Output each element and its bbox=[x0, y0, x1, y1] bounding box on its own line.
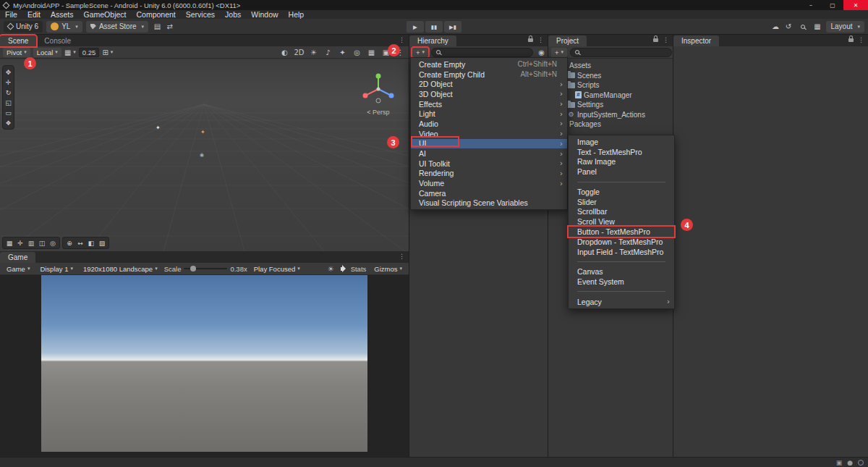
lighting-toggle[interactable]: ☀ bbox=[308, 47, 319, 58]
notification-icon[interactable]: ● bbox=[847, 459, 853, 466]
project-create-button[interactable]: + bbox=[551, 48, 567, 57]
status-indicator-icon[interactable] bbox=[858, 460, 864, 466]
step-button[interactable]: ▶▮ bbox=[444, 21, 461, 33]
play-button[interactable]: ▶ bbox=[407, 21, 424, 33]
minimize-button[interactable]: – bbox=[800, 0, 822, 10]
submenu-item[interactable]: Panel bbox=[569, 167, 674, 177]
console-icon[interactable]: ▣ bbox=[836, 459, 843, 466]
submenu-item[interactable]: Scrollbar bbox=[569, 207, 674, 217]
grid-visibility-dropdown[interactable]: ▦ bbox=[64, 47, 76, 58]
move-tool[interactable]: ✛ bbox=[4, 77, 14, 87]
context-menu-item[interactable]: 3D Object bbox=[411, 89, 567, 99]
tab-inspector[interactable]: Inspector bbox=[673, 35, 719, 46]
pivot-dropdown[interactable]: Pivot bbox=[3, 48, 30, 57]
hierarchy-search[interactable] bbox=[431, 48, 533, 57]
close-button[interactable]: ✕ bbox=[843, 0, 868, 10]
menu-bar-item[interactable]: Services bbox=[181, 10, 220, 19]
move-overlay-icon[interactable]: ✛ bbox=[15, 238, 25, 248]
2d-toggle[interactable]: 2D bbox=[294, 47, 305, 58]
scale-slider[interactable] bbox=[184, 268, 227, 269]
context-menu-item[interactable]: UI Toolkit bbox=[411, 159, 567, 169]
orientation-gizmo[interactable]: < Persp bbox=[358, 71, 399, 116]
panels-icon[interactable]: ▤ bbox=[152, 21, 163, 32]
menu-bar-item[interactable]: Help bbox=[284, 10, 310, 19]
stats-button[interactable]: Stats bbox=[351, 265, 367, 273]
camera-gizmo-icon[interactable]: ◉ bbox=[200, 152, 204, 158]
display-dropdown[interactable]: Display 1 bbox=[36, 264, 77, 274]
orbit-icon[interactable]: ◎ bbox=[48, 238, 58, 248]
hierarchy-create-button[interactable]: + bbox=[412, 48, 428, 57]
menu-bar-item[interactable]: Jobs bbox=[220, 10, 246, 19]
asset-store-button[interactable]: Asset Store bbox=[86, 21, 148, 33]
submenu-item[interactable] bbox=[569, 257, 674, 267]
visibility-icon[interactable]: ◉ bbox=[536, 47, 547, 58]
submenu-item[interactable] bbox=[569, 287, 674, 297]
view-options-icon[interactable]: ◫ bbox=[37, 238, 47, 248]
account-button[interactable]: YL bbox=[46, 21, 82, 33]
snap-overlay-icon[interactable]: ▥ bbox=[26, 238, 36, 248]
context-menu-item[interactable]: Video bbox=[411, 129, 567, 139]
scale-slider-thumb[interactable] bbox=[190, 266, 196, 272]
grid-overlay-icon[interactable]: ▦ bbox=[4, 238, 14, 248]
submenu-item[interactable]: Dropdown - TextMeshPro bbox=[569, 237, 674, 247]
unity-version-button[interactable]: Unity 6 bbox=[4, 21, 43, 33]
context-menu-item[interactable]: Effects bbox=[411, 99, 567, 109]
grid-icon[interactable]: ▦ bbox=[366, 47, 377, 58]
submenu-item[interactable]: Text - TextMeshPro bbox=[569, 147, 674, 157]
submenu-item[interactable]: Toggle bbox=[569, 187, 674, 197]
light-gizmo-icon[interactable]: ✦ bbox=[156, 125, 161, 131]
resolution-dropdown[interactable]: 1920x1080 Landscape bbox=[80, 264, 161, 274]
tab-scene[interactable]: Scene bbox=[0, 35, 36, 46]
pause-button[interactable]: ▮▮ bbox=[425, 21, 443, 33]
rotate-tool[interactable]: ↻ bbox=[4, 88, 14, 97]
panel-menu-icon[interactable] bbox=[399, 32, 405, 45]
scene-viewport[interactable]: ✦ ✦ ◉ ✥✛↻◱▭❖ < Persp bbox=[0, 59, 409, 251]
panel-menu-icon[interactable] bbox=[537, 32, 544, 45]
game-view-dropdown[interactable]: Game bbox=[3, 264, 33, 274]
tab-project[interactable]: Project bbox=[548, 35, 587, 46]
projection-label[interactable]: < Persp bbox=[358, 109, 399, 116]
context-menu-item[interactable]: Camera bbox=[411, 188, 567, 198]
submenu-item[interactable]: Input Field - TextMeshPro bbox=[569, 247, 674, 257]
handle-rotation-dropdown[interactable]: Local bbox=[33, 48, 61, 57]
submenu-item[interactable]: Slider bbox=[569, 197, 674, 207]
frame-icon[interactable]: ◧ bbox=[86, 238, 96, 248]
submenu-item[interactable]: Button - TextMeshPro bbox=[569, 227, 674, 237]
scale-tool[interactable]: ◱ bbox=[4, 98, 14, 107]
hierarchy-search-input[interactable] bbox=[443, 49, 528, 56]
tab-hierarchy[interactable]: Hierarchy bbox=[409, 35, 456, 46]
tab-game[interactable]: Game bbox=[0, 252, 35, 263]
submenu-item[interactable]: Scroll View bbox=[569, 216, 674, 227]
panel-menu-icon[interactable] bbox=[858, 32, 864, 45]
view-tool[interactable]: ✥ bbox=[4, 67, 14, 77]
submenu-item[interactable] bbox=[569, 177, 674, 187]
tab-console[interactable]: Console bbox=[36, 35, 79, 46]
context-menu-item[interactable]: Create Empty Ctrl+Shift+N bbox=[411, 59, 567, 70]
mute-audio-icon[interactable] bbox=[341, 267, 343, 271]
context-menu-item[interactable]: AI bbox=[411, 148, 567, 159]
context-menu-item[interactable]: Visual Scripting Scene Variables bbox=[411, 198, 567, 209]
lock-icon[interactable] bbox=[528, 38, 533, 42]
sync-icon[interactable]: ⇄ bbox=[164, 21, 175, 32]
submenu-item[interactable]: Legacy bbox=[569, 297, 674, 307]
project-search[interactable] bbox=[570, 48, 672, 57]
search-icon[interactable] bbox=[797, 21, 808, 32]
layout-dropdown[interactable]: Layout bbox=[826, 21, 864, 33]
context-menu-item[interactable]: Light bbox=[411, 109, 567, 119]
zoom-icon[interactable]: ⊕ bbox=[64, 238, 75, 248]
effects-toggle[interactable]: ✦ bbox=[337, 47, 348, 58]
maximize-button[interactable]: ▢ bbox=[822, 0, 843, 10]
menu-bar-item[interactable]: Component bbox=[131, 10, 180, 19]
lock-icon[interactable] bbox=[653, 38, 658, 42]
context-menu-item[interactable]: UI bbox=[411, 139, 567, 149]
context-menu-item[interactable]: 2D Object bbox=[411, 79, 567, 89]
grid-view-icon[interactable]: ▦ bbox=[812, 21, 822, 32]
submenu-item[interactable]: Canvas bbox=[569, 266, 674, 277]
audio-toggle[interactable]: ♪ bbox=[323, 47, 333, 58]
context-menu-item[interactable]: Rendering bbox=[411, 169, 567, 179]
menu-bar-item[interactable]: Assets bbox=[46, 10, 79, 19]
panel-menu-icon[interactable] bbox=[399, 248, 405, 261]
menu-bar-item[interactable]: Window bbox=[246, 10, 283, 19]
menu-bar-item[interactable]: Edit bbox=[22, 10, 46, 19]
measure-icon[interactable]: ▧ bbox=[97, 238, 107, 248]
